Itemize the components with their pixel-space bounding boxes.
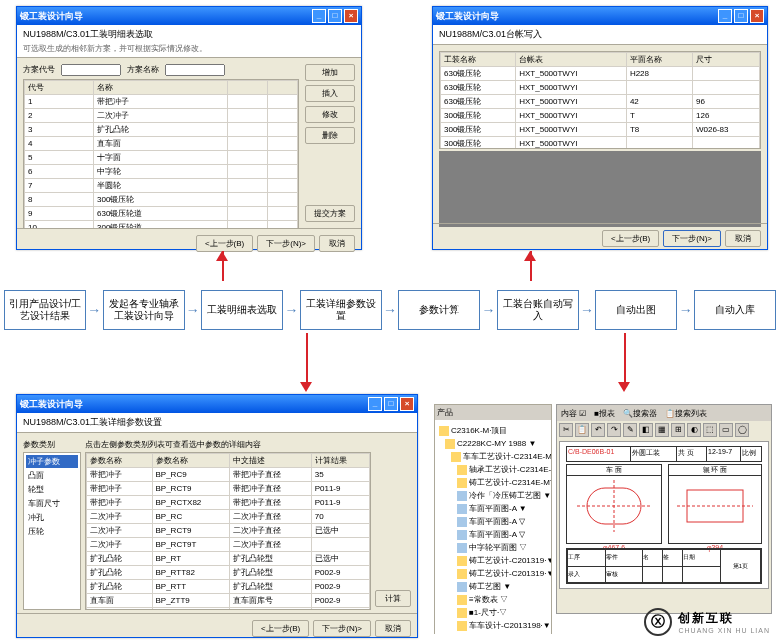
minimize-icon[interactable]: _ <box>368 397 382 411</box>
next-button[interactable]: 下一步(N)> <box>257 235 315 252</box>
minimize-icon[interactable]: _ <box>718 9 732 23</box>
tool-icon[interactable]: ◐ <box>687 423 701 437</box>
table-row[interactable]: 10300锻压轮道 <box>25 221 298 230</box>
prev-button[interactable]: <上一步(B) <box>252 620 309 637</box>
tree-node[interactable]: C2316K-M·顶目 <box>439 424 547 437</box>
tree-node[interactable]: 冷作「冷压铸工艺图 ▼ <box>439 489 547 502</box>
tree-node[interactable]: 铸工艺设计-C201319·▼ <box>439 567 547 580</box>
tool-icon[interactable]: ↷ <box>607 423 621 437</box>
cancel-button[interactable]: 取消 <box>319 235 355 252</box>
tree-node[interactable]: 车车设计-C2013198·▼ <box>439 619 547 632</box>
category-item[interactable]: 凸面 <box>26 469 78 482</box>
submit-button[interactable]: 提交方案 <box>305 205 355 222</box>
table-row[interactable]: 4直车面 <box>25 137 298 151</box>
table-row[interactable]: 2二次冲子 <box>25 109 298 123</box>
tool-icon[interactable]: ⬚ <box>703 423 717 437</box>
table-row[interactable]: 300锻压轮HXT_5000TWYIT126 <box>441 109 760 123</box>
cancel-button[interactable]: 取消 <box>375 620 411 637</box>
tree-node[interactable]: ■1-尺寸·▽ <box>439 606 547 619</box>
tree-node[interactable]: ≡常数表 ▽ <box>439 593 547 606</box>
category-item[interactable]: 车面尺寸 <box>26 497 78 510</box>
param-grid[interactable]: 参数名称 参数名称 中文描述 计算结果 带把冲子BP_RC9带把冲子直径35带把… <box>85 452 371 610</box>
tool-icon[interactable]: 📋 <box>575 423 589 437</box>
insert-button[interactable]: 插入 <box>305 85 355 102</box>
next-button[interactable]: 下一步(N)> <box>313 620 371 637</box>
tool-icon[interactable]: ✂ <box>559 423 573 437</box>
table-row[interactable]: 二次冲子BP_RC二次冲子直径70 <box>87 510 370 524</box>
table-row[interactable]: 带把冲子BP_RCTX82带把冲子直径P011-9 <box>87 496 370 510</box>
table-row[interactable]: 直车面BP_ZTT9直车面库号P002-9 <box>87 594 370 608</box>
tree-node[interactable]: 车面平面图-A ▼ <box>439 502 547 515</box>
tool-icon[interactable]: ✎ <box>623 423 637 437</box>
prev-button[interactable]: <上一步(B) <box>196 235 253 252</box>
table-row[interactable]: 6中字轮 <box>25 165 298 179</box>
tool-icon[interactable]: ▭ <box>719 423 733 437</box>
prev-button[interactable]: <上一步(B) <box>602 230 659 247</box>
tool-icon[interactable]: ⊞ <box>671 423 685 437</box>
cad-toolbar[interactable]: ✂📋 ↶↷ ✎◧ ▦⊞ ◐⬚ ▭◯ <box>557 421 771 439</box>
table-row[interactable]: 扩孔凸轮BP_RTT扩孔凸轮型P002-9 <box>87 580 370 594</box>
table-row[interactable]: 630锻压轮HXT_5000TWYI4296 <box>441 95 760 109</box>
tab-content[interactable]: 内容 ☑ <box>561 408 586 419</box>
tree-node[interactable]: 车面平面图-A ▽ <box>439 528 547 541</box>
delete-button[interactable]: 删除 <box>305 127 355 144</box>
table-row[interactable]: 直车面BP_ZT直车面库号已选中 <box>87 608 370 611</box>
table-row[interactable]: 8300锻压轮 <box>25 193 298 207</box>
category-item[interactable]: 轮型 <box>26 483 78 496</box>
tool-icon[interactable]: ↶ <box>591 423 605 437</box>
plan-name-input[interactable] <box>165 64 225 76</box>
table-row[interactable]: 扩孔凸轮BP_RT扩孔凸轮型已选中 <box>87 552 370 566</box>
maximize-icon[interactable]: □ <box>734 9 748 23</box>
minimize-icon[interactable]: _ <box>312 9 326 23</box>
table-row[interactable]: 7半圆轮 <box>25 179 298 193</box>
detail-grid[interactable]: 代号 名称 1带把冲子2二次冲子3扩孔凸轮4直车面5十字面6中字轮7半圆轮830… <box>23 79 299 229</box>
param-category-list[interactable]: 冲子参数凸面轮型车面尺寸冲孔压轮 <box>23 452 81 610</box>
table-row[interactable]: 带把冲子BP_RC9带把冲子直径35 <box>87 468 370 482</box>
next-button[interactable]: 下一步(N)> <box>663 230 721 247</box>
table-row[interactable]: 630锻压轮HXT_5000TWYIH228 <box>441 67 760 81</box>
table-row[interactable]: 630锻压轮HXT_5000TWYI <box>441 81 760 95</box>
tree-node[interactable]: 铸工艺设计-C2314E-MY 1989.r <box>439 476 547 489</box>
close-icon[interactable]: × <box>750 9 764 23</box>
tool-icon[interactable]: ▦ <box>655 423 669 437</box>
close-icon[interactable]: × <box>400 397 414 411</box>
tree-node[interactable]: 铸工艺设计-C201319·▼ <box>439 554 547 567</box>
category-item[interactable]: 压轮 <box>26 525 78 538</box>
cad-tabs[interactable]: 内容 ☑ ■报表 🔍搜索器 📋搜索列表 <box>557 405 771 421</box>
table-row[interactable]: 5十字面 <box>25 151 298 165</box>
titlebar[interactable]: 锻工装设计向导 _ □ × <box>17 395 417 413</box>
table-row[interactable]: 3扩孔凸轮 <box>25 123 298 137</box>
tool-icon[interactable]: ◯ <box>735 423 749 437</box>
category-item[interactable]: 冲孔 <box>26 511 78 524</box>
table-row[interactable]: 1带把冲子 <box>25 95 298 109</box>
tab-report[interactable]: ■报表 <box>594 408 615 419</box>
table-row[interactable]: 300锻压轮HXT_5000TWYI <box>441 137 760 150</box>
table-row[interactable]: 9630锻压轮道 <box>25 207 298 221</box>
add-button[interactable]: 增加 <box>305 64 355 81</box>
table-row[interactable]: 带把冲子BP_RCT9带把冲子直径P011-9 <box>87 482 370 496</box>
tree-node[interactable]: C2228KC-MY 1988 ▼ <box>439 437 547 450</box>
tree-node[interactable]: ▲110119/000 Z·tee <box>439 632 547 634</box>
titlebar[interactable]: 锻工装设计向导 _ □ × <box>17 7 361 25</box>
ledger-grid[interactable]: 工装名称 台帐表 平面名称 尺寸 630锻压轮HXT_5000TWYIH2286… <box>439 51 761 149</box>
tree-node[interactable]: 车车工艺设计-C2314E-MY 19 <box>439 450 547 463</box>
tree-node[interactable]: 车面平面图-A ▽ <box>439 515 547 528</box>
close-icon[interactable]: × <box>344 9 358 23</box>
maximize-icon[interactable]: □ <box>384 397 398 411</box>
titlebar[interactable]: 锻工装设计向导 _ □ × <box>433 7 767 25</box>
tab-searchlist[interactable]: 📋搜索列表 <box>665 408 707 419</box>
plan-code-input[interactable] <box>61 64 121 76</box>
maximize-icon[interactable]: □ <box>328 9 342 23</box>
table-row[interactable]: 300锻压轮HXT_5000TWYIT8W026-83 <box>441 123 760 137</box>
table-row[interactable]: 二次冲子BP_RCT9T二次冲子直径 <box>87 538 370 552</box>
calc-button[interactable]: 计算 <box>375 590 411 607</box>
modify-button[interactable]: 修改 <box>305 106 355 123</box>
table-row[interactable]: 二次冲子BP_RCT9二次冲子直径已选中 <box>87 524 370 538</box>
drawing-area[interactable]: C/B-DE06B-01 外圆工装 共 页 12-19-7 比例 车 面 φ46… <box>559 441 769 589</box>
tab-search[interactable]: 🔍搜索器 <box>623 408 657 419</box>
product-tree[interactable]: C2316K-M·顶目C2228KC-MY 1988 ▼车车工艺设计-C2314… <box>435 420 551 634</box>
cancel-button[interactable]: 取消 <box>725 230 761 247</box>
tree-node[interactable]: 中字轮平面图 ▽ <box>439 541 547 554</box>
table-row[interactable]: 扩孔凸轮BP_RTT82扩孔凸轮型P002-9 <box>87 566 370 580</box>
tree-node[interactable]: 铸工艺图 ▼ <box>439 580 547 593</box>
